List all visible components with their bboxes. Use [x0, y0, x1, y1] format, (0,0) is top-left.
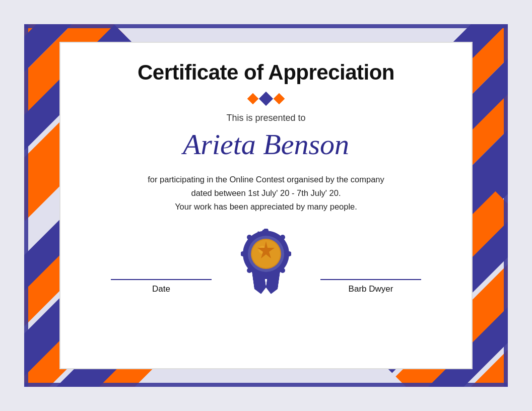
medal-container [238, 229, 294, 294]
diamond-decorations [249, 94, 283, 104]
signature-name-block: Barb Dwyer [315, 279, 426, 294]
description-line1: for participating in the Online Contest … [148, 175, 384, 184]
signature-date-line [111, 279, 212, 280]
page-background: Certificate of Appreciation This is pres… [24, 24, 508, 387]
description-line2: dated between 1st July' 20 - 7th July' 2… [191, 188, 341, 197]
svg-point-34 [280, 235, 285, 240]
recipient-name: Arieta Benson [183, 128, 349, 161]
signature-name-line [320, 279, 421, 280]
diamond-left-icon [247, 93, 259, 105]
certificate-title: Certificate of Appreciation [138, 60, 394, 85]
svg-rect-25 [24, 24, 508, 28]
medal-body [241, 229, 291, 281]
signature-date-label: Date [152, 284, 170, 294]
presented-text: This is presented to [226, 113, 305, 123]
svg-rect-23 [24, 24, 28, 387]
svg-point-33 [280, 268, 285, 273]
signature-date-block: Date [106, 279, 217, 294]
svg-rect-24 [504, 24, 508, 387]
certificate-description: for participating in the Online Contest … [148, 173, 384, 214]
diamond-center-icon [259, 92, 273, 106]
certificate-box: Certificate of Appreciation This is pres… [59, 42, 473, 369]
svg-rect-26 [24, 383, 508, 387]
signature-section: Date [96, 229, 436, 294]
signature-name-label: Barb Dwyer [349, 284, 393, 294]
svg-point-35 [247, 268, 252, 273]
description-line3: Your work has been appreciated by many p… [175, 202, 357, 211]
medal-svg [241, 229, 291, 279]
diamond-right-icon [274, 93, 285, 105]
